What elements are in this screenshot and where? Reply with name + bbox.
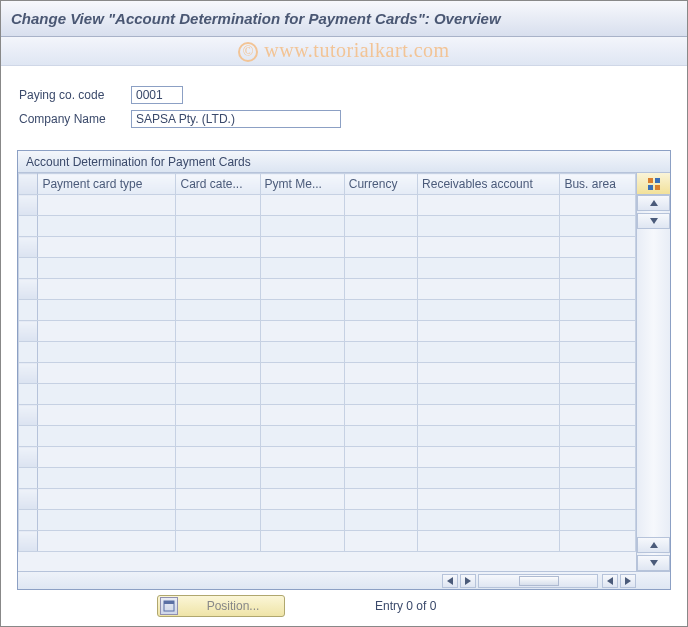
table-cell[interactable] (38, 468, 176, 489)
row-selector-cell[interactable] (19, 510, 38, 531)
table-cell[interactable] (176, 279, 260, 300)
table-cell[interactable] (344, 279, 417, 300)
table-cell[interactable] (260, 258, 344, 279)
table-cell[interactable] (560, 258, 636, 279)
table-cell[interactable] (176, 195, 260, 216)
table-cell[interactable] (560, 279, 636, 300)
row-selector-cell[interactable] (19, 216, 38, 237)
table-cell[interactable] (418, 258, 560, 279)
table-cell[interactable] (344, 342, 417, 363)
row-selector-cell[interactable] (19, 300, 38, 321)
row-selector-cell[interactable] (19, 531, 38, 552)
table-cell[interactable] (418, 510, 560, 531)
table-row[interactable] (19, 216, 636, 237)
table-settings-button[interactable] (637, 173, 670, 195)
table-cell[interactable] (344, 237, 417, 258)
table-cell[interactable] (176, 216, 260, 237)
table-cell[interactable] (418, 237, 560, 258)
table-cell[interactable] (418, 405, 560, 426)
table-cell[interactable] (418, 216, 560, 237)
table-cell[interactable] (176, 447, 260, 468)
row-selector-cell[interactable] (19, 258, 38, 279)
table-cell[interactable] (176, 510, 260, 531)
table-cell[interactable] (260, 426, 344, 447)
table-row[interactable] (19, 321, 636, 342)
table-cell[interactable] (176, 237, 260, 258)
table-cell[interactable] (418, 384, 560, 405)
table-cell[interactable] (260, 237, 344, 258)
table-cell[interactable] (38, 489, 176, 510)
row-selector-cell[interactable] (19, 321, 38, 342)
table-cell[interactable] (176, 342, 260, 363)
col-receivables-account[interactable]: Receivables account (418, 174, 560, 195)
table-cell[interactable] (176, 426, 260, 447)
table-cell[interactable] (344, 447, 417, 468)
table-row[interactable] (19, 300, 636, 321)
table-cell[interactable] (418, 447, 560, 468)
table-row[interactable] (19, 195, 636, 216)
table-cell[interactable] (560, 195, 636, 216)
row-selector-cell[interactable] (19, 426, 38, 447)
table-cell[interactable] (418, 363, 560, 384)
row-selector-cell[interactable] (19, 405, 38, 426)
table-cell[interactable] (560, 489, 636, 510)
table-cell[interactable] (176, 489, 260, 510)
table-cell[interactable] (176, 363, 260, 384)
scroll-up-button-bottom[interactable] (637, 537, 670, 553)
table-cell[interactable] (560, 405, 636, 426)
table-cell[interactable] (418, 300, 560, 321)
table-cell[interactable] (176, 468, 260, 489)
table-cell[interactable] (260, 195, 344, 216)
table-row[interactable] (19, 363, 636, 384)
table-cell[interactable] (560, 510, 636, 531)
table-row[interactable] (19, 342, 636, 363)
scroll-down-button[interactable] (637, 213, 670, 229)
col-payment-card-type[interactable]: Payment card type (38, 174, 176, 195)
table-cell[interactable] (38, 510, 176, 531)
table-cell[interactable] (38, 216, 176, 237)
table-row[interactable] (19, 447, 636, 468)
col-bus-area[interactable]: Bus. area (560, 174, 636, 195)
paying-co-code-input[interactable] (131, 86, 183, 104)
table-cell[interactable] (38, 531, 176, 552)
scroll-thumb[interactable] (519, 576, 559, 586)
table-cell[interactable] (560, 237, 636, 258)
row-selector-cell[interactable] (19, 363, 38, 384)
table-cell[interactable] (560, 216, 636, 237)
scroll-down-button-bottom[interactable] (637, 555, 670, 571)
data-grid[interactable]: Payment card type Card cate... Pymt Me..… (18, 173, 636, 552)
table-cell[interactable] (344, 258, 417, 279)
table-cell[interactable] (418, 468, 560, 489)
row-selector-cell[interactable] (19, 342, 38, 363)
table-cell[interactable] (38, 363, 176, 384)
table-cell[interactable] (560, 447, 636, 468)
table-cell[interactable] (560, 426, 636, 447)
table-cell[interactable] (260, 363, 344, 384)
table-cell[interactable] (560, 300, 636, 321)
col-currency[interactable]: Currency (344, 174, 417, 195)
table-cell[interactable] (344, 426, 417, 447)
table-cell[interactable] (418, 489, 560, 510)
table-cell[interactable] (344, 321, 417, 342)
row-selector-cell[interactable] (19, 279, 38, 300)
table-cell[interactable] (344, 489, 417, 510)
row-selector-cell[interactable] (19, 447, 38, 468)
table-cell[interactable] (260, 405, 344, 426)
table-cell[interactable] (560, 468, 636, 489)
table-cell[interactable] (260, 279, 344, 300)
table-cell[interactable] (418, 279, 560, 300)
table-cell[interactable] (418, 321, 560, 342)
table-cell[interactable] (560, 363, 636, 384)
table-cell[interactable] (418, 342, 560, 363)
table-cell[interactable] (260, 489, 344, 510)
table-cell[interactable] (344, 510, 417, 531)
table-cell[interactable] (560, 342, 636, 363)
table-row[interactable] (19, 489, 636, 510)
table-cell[interactable] (176, 321, 260, 342)
table-cell[interactable] (344, 195, 417, 216)
table-cell[interactable] (38, 195, 176, 216)
table-cell[interactable] (38, 237, 176, 258)
table-cell[interactable] (176, 384, 260, 405)
row-selector-cell[interactable] (19, 489, 38, 510)
table-cell[interactable] (260, 384, 344, 405)
